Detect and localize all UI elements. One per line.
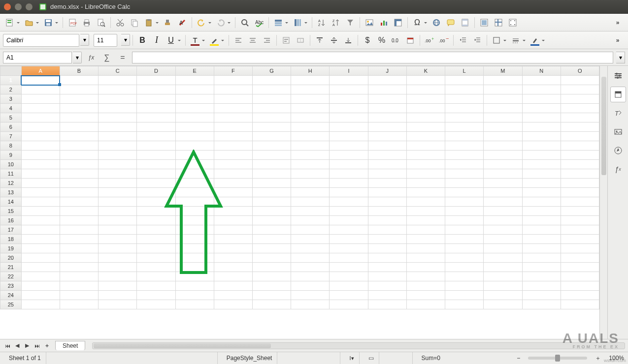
cell[interactable] xyxy=(330,197,368,207)
cell[interactable] xyxy=(175,85,214,94)
cell[interactable] xyxy=(561,235,599,244)
cell[interactable] xyxy=(561,216,599,225)
border-color-button[interactable] xyxy=(528,33,547,47)
cell[interactable] xyxy=(137,169,175,179)
paste-button[interactable] xyxy=(142,16,161,30)
cell[interactable] xyxy=(214,263,252,272)
cell[interactable] xyxy=(445,85,484,94)
cell[interactable] xyxy=(445,160,484,169)
cell[interactable] xyxy=(60,151,98,160)
toolbar-overflow-button[interactable]: » xyxy=(611,16,625,30)
vertical-scrollbar[interactable] xyxy=(599,66,607,339)
cell[interactable] xyxy=(214,281,252,291)
cell[interactable] xyxy=(445,253,484,263)
row-header[interactable]: 9 xyxy=(0,151,22,160)
font-name-combo[interactable]: Calibri ▾ xyxy=(3,34,89,47)
cell[interactable] xyxy=(406,122,445,132)
cell[interactable] xyxy=(21,169,60,179)
cell[interactable] xyxy=(484,122,522,132)
cell[interactable] xyxy=(561,300,599,309)
column-header[interactable]: D xyxy=(137,66,175,76)
cell[interactable] xyxy=(406,160,445,169)
cell[interactable] xyxy=(561,281,599,291)
spellcheck-button[interactable]: Abc xyxy=(252,16,266,30)
cell[interactable] xyxy=(406,188,445,197)
cell[interactable] xyxy=(368,151,406,160)
cell[interactable] xyxy=(484,160,522,169)
cell[interactable] xyxy=(252,235,291,244)
cell[interactable] xyxy=(330,94,368,104)
cell[interactable] xyxy=(252,141,291,151)
insert-image-button[interactable] xyxy=(363,16,376,30)
cell[interactable] xyxy=(445,122,484,132)
sidebar-gallery-button[interactable] xyxy=(610,124,626,140)
italic-button[interactable]: I xyxy=(150,33,164,47)
cell[interactable] xyxy=(330,85,368,94)
cell[interactable] xyxy=(60,225,98,235)
cell[interactable] xyxy=(291,122,330,132)
cell[interactable] xyxy=(214,272,252,281)
cell[interactable] xyxy=(21,281,60,291)
cell[interactable] xyxy=(291,272,330,281)
cell[interactable] xyxy=(291,76,330,85)
cell[interactable] xyxy=(252,263,291,272)
merge-cells-button[interactable] xyxy=(294,33,307,47)
cell[interactable] xyxy=(99,141,137,151)
cell[interactable] xyxy=(406,235,445,244)
cell[interactable] xyxy=(368,216,406,225)
cell[interactable] xyxy=(522,263,561,272)
row-header[interactable]: 15 xyxy=(0,207,22,216)
cell[interactable] xyxy=(406,272,445,281)
cell[interactable] xyxy=(214,197,252,207)
cell[interactable] xyxy=(99,197,137,207)
sheet-next-button[interactable]: ▶ xyxy=(23,341,32,350)
cell[interactable] xyxy=(561,188,599,197)
cell[interactable] xyxy=(60,272,98,281)
cell[interactable] xyxy=(60,291,98,300)
cell[interactable] xyxy=(561,151,599,160)
cell[interactable] xyxy=(214,122,252,132)
cell[interactable] xyxy=(484,104,522,113)
cell[interactable] xyxy=(21,141,60,151)
cell[interactable] xyxy=(252,281,291,291)
cell[interactable] xyxy=(561,113,599,122)
cell[interactable] xyxy=(484,272,522,281)
cell[interactable] xyxy=(252,94,291,104)
cell[interactable] xyxy=(291,207,330,216)
cell[interactable] xyxy=(445,141,484,151)
column-header[interactable]: G xyxy=(252,66,291,76)
cell[interactable] xyxy=(561,197,599,207)
cell[interactable] xyxy=(406,85,445,94)
cell[interactable] xyxy=(21,160,60,169)
sort-asc-button[interactable]: AZ xyxy=(315,16,329,30)
cell[interactable] xyxy=(368,179,406,188)
cell[interactable] xyxy=(214,94,252,104)
cell[interactable] xyxy=(214,76,252,85)
cell[interactable] xyxy=(561,94,599,104)
cell[interactable] xyxy=(561,141,599,151)
cell[interactable] xyxy=(252,225,291,235)
cell[interactable] xyxy=(137,197,175,207)
cell[interactable] xyxy=(522,225,561,235)
cell[interactable] xyxy=(99,263,137,272)
cell[interactable] xyxy=(330,104,368,113)
cell[interactable] xyxy=(406,169,445,179)
cell[interactable] xyxy=(330,291,368,300)
cell[interactable] xyxy=(252,113,291,122)
cell-grid[interactable]: ABCDEFGHIJKLMNO1234567891011121314151617… xyxy=(0,66,599,309)
cell[interactable] xyxy=(445,169,484,179)
cell[interactable] xyxy=(137,225,175,235)
cell[interactable] xyxy=(60,244,98,253)
cell[interactable] xyxy=(214,113,252,122)
cell[interactable] xyxy=(291,263,330,272)
cell[interactable] xyxy=(99,169,137,179)
cell[interactable] xyxy=(252,151,291,160)
cell[interactable] xyxy=(252,132,291,141)
status-sum[interactable]: Sum=0 xyxy=(417,352,445,364)
cell[interactable] xyxy=(21,85,60,94)
zoom-out-button[interactable]: − xyxy=(517,355,520,362)
cell[interactable] xyxy=(330,300,368,309)
number-format-button[interactable]: 0.0 xyxy=(389,33,403,47)
cell[interactable] xyxy=(21,122,60,132)
cell[interactable] xyxy=(291,160,330,169)
